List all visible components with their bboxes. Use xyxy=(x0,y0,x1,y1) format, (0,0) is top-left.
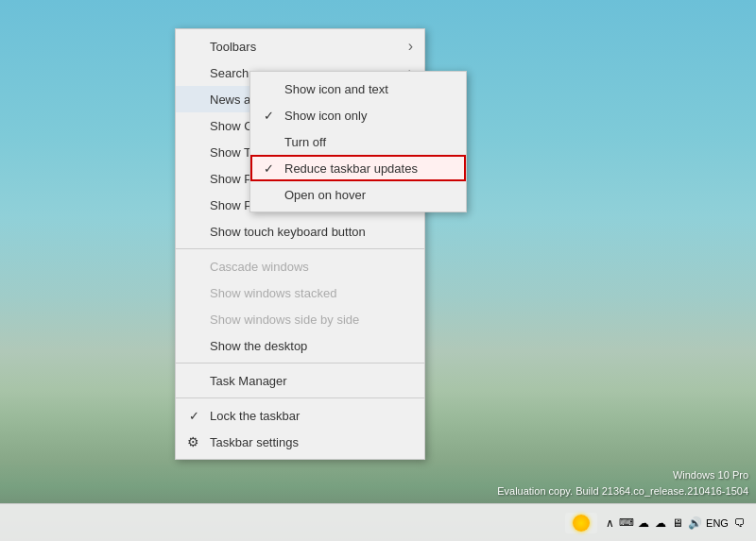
cloud-tray-icon[interactable]: ☁ xyxy=(635,515,652,532)
submenu-item-show-icon-text[interactable]: Show icon and text xyxy=(250,76,466,102)
language-label: ENG xyxy=(706,517,729,529)
menu-item-taskbar-settings-label: Taskbar settings xyxy=(210,435,299,449)
separator-2 xyxy=(176,363,424,363)
reduce-taskbar-updates-checkmark: ✓ xyxy=(264,161,274,176)
menu-item-lock-taskbar-label: Lock the taskbar xyxy=(210,409,300,423)
menu-item-cascade-windows-label: Cascade windows xyxy=(210,260,309,274)
menu-item-task-manager[interactable]: Task Manager xyxy=(176,367,424,394)
submenu-item-reduce-taskbar-updates-label: Reduce taskbar updates xyxy=(284,161,418,176)
submenu-item-open-on-hover[interactable]: Open on hover xyxy=(250,181,466,208)
menu-item-show-touch-keyboard[interactable]: Show touch keyboard button xyxy=(176,218,424,245)
menu-item-show-side-by-side-label: Show windows side by side xyxy=(210,313,359,327)
menu-item-task-manager-label: Task Manager xyxy=(210,374,287,388)
menu-item-taskbar-settings[interactable]: ⚙ Taskbar settings xyxy=(176,429,424,455)
submenu-item-turn-off[interactable]: Turn off xyxy=(250,128,466,155)
menu-item-show-stacked-label: Show windows stacked xyxy=(210,286,336,300)
menu-item-search-label: Search xyxy=(210,66,249,80)
show-icon-only-checkmark: ✓ xyxy=(264,109,274,123)
volume-tray-icon[interactable]: 🔊 xyxy=(686,515,703,532)
chevron-up-tray-icon[interactable]: ∧ xyxy=(601,515,618,532)
menu-item-show-desktop-label: Show the desktop xyxy=(210,339,307,353)
submenu-news-interests: Show icon and text ✓ Show icon only Turn… xyxy=(249,71,467,212)
keyboard-tray-icon[interactable]: ⌨ xyxy=(618,515,635,532)
windows-info: Windows 10 Pro Evaluation copy. Build 21… xyxy=(497,467,748,499)
submenu-item-show-icon-text-label: Show icon and text xyxy=(284,82,388,96)
weather-widget[interactable] xyxy=(565,513,597,533)
menu-item-toolbars-label: Toolbars xyxy=(210,40,256,54)
sun-icon xyxy=(573,515,590,532)
lock-taskbar-checkmark: ✓ xyxy=(189,409,199,423)
menu-item-lock-taskbar[interactable]: ✓ Lock the taskbar xyxy=(176,402,424,429)
separator-1 xyxy=(176,248,424,249)
submenu-item-show-icon-only[interactable]: ✓ Show icon only xyxy=(250,102,466,128)
taskbar: ∧ ⌨ ☁ ☁ 🖥 🔊 ENG 🗨 xyxy=(0,503,756,541)
menu-item-show-desktop[interactable]: Show the desktop xyxy=(176,332,424,359)
separator-3 xyxy=(176,397,424,398)
onedrive-tray-icon[interactable]: ☁ xyxy=(652,515,669,532)
submenu-item-reduce-taskbar-updates[interactable]: ✓ Reduce taskbar updates xyxy=(250,155,466,181)
network-tray-icon[interactable]: 🖥 xyxy=(669,515,686,532)
menu-item-show-side-by-side: Show windows side by side xyxy=(176,306,424,332)
menu-item-show-stacked: Show windows stacked xyxy=(176,279,424,306)
notification-center-icon[interactable]: 🗨 xyxy=(731,515,748,532)
desktop: Windows 10 Pro Evaluation copy. Build 21… xyxy=(0,0,756,541)
menu-item-cascade-windows: Cascade windows xyxy=(176,253,424,279)
windows-build: Evaluation copy. Build 21364.co_release.… xyxy=(497,483,748,499)
submenu-item-turn-off-label: Turn off xyxy=(284,135,326,149)
windows-version: Windows 10 Pro xyxy=(497,467,748,483)
gear-icon: ⚙ xyxy=(187,434,199,449)
menu-item-toolbars[interactable]: Toolbars xyxy=(176,33,424,59)
language-indicator[interactable]: ENG xyxy=(703,515,731,532)
menu-item-show-touch-keyboard-label: Show touch keyboard button xyxy=(210,225,366,239)
submenu-item-open-on-hover-label: Open on hover xyxy=(284,188,366,202)
submenu-item-show-icon-only-label: Show icon only xyxy=(284,109,367,123)
